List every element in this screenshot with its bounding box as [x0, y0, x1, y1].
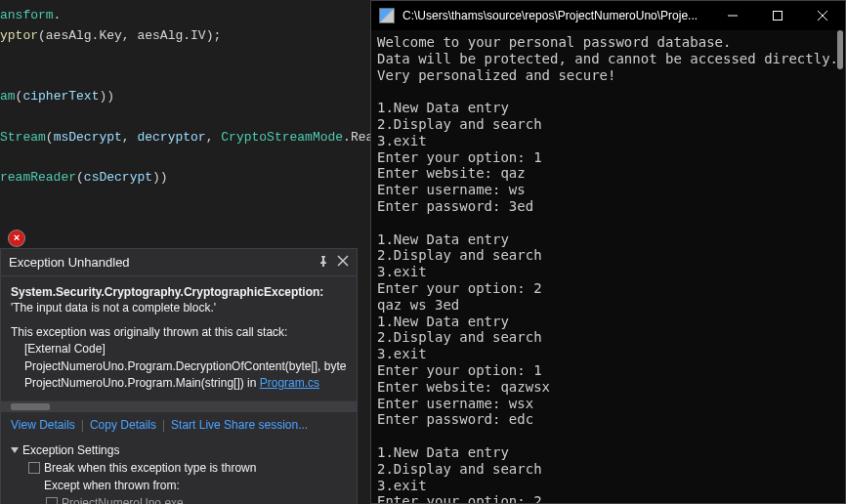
exception-stop-icon: × [9, 231, 24, 246]
code-token: )) [99, 89, 114, 104]
except-exe-label: ProjectNumeroUno.exe [62, 496, 184, 504]
code-editor[interactable]: ansform. yptor(aesAlg.Key, aesAlg.IV); a… [0, 0, 371, 232]
code-token: CryptoStreamMode [221, 130, 343, 145]
exception-settings-header[interactable]: Exception Settings [11, 441, 347, 459]
code-token: Stream [0, 130, 46, 145]
stack-frame: ProjectNumeroUno.Program.Main(string[]) … [24, 375, 347, 392]
code-token: ); [206, 28, 222, 43]
code-token: decryptor [137, 130, 205, 145]
minimize-button[interactable] [710, 1, 755, 30]
close-icon[interactable] [337, 255, 349, 270]
code-token: Read [351, 130, 371, 145]
view-details-link[interactable]: View Details [11, 418, 75, 432]
vertical-scrollbar[interactable] [837, 30, 843, 69]
code-token: reamReader [0, 170, 76, 185]
code-token: ( [46, 130, 54, 145]
exception-stack-label: This exception was originally thrown at … [11, 325, 347, 339]
maximize-button[interactable] [755, 1, 800, 30]
live-share-link[interactable]: Start Live Share session... [171, 418, 308, 432]
code-token: am [0, 89, 16, 104]
except-exe-checkbox[interactable] [46, 497, 58, 504]
stack-frame: [External Code] [24, 341, 347, 357]
console-output[interactable]: Welcome to your personal password databa… [371, 30, 845, 503]
code-token: ( [76, 170, 84, 185]
code-token: Key [99, 28, 121, 43]
code-token: , aesAlg. [122, 28, 190, 43]
expand-icon [11, 447, 19, 453]
break-checkbox[interactable] [28, 462, 40, 474]
console-titlebar[interactable]: C:\Users\thams\source\repos\ProjectNumer… [371, 1, 845, 30]
code-token: IV [190, 28, 206, 43]
scroll-thumb[interactable] [11, 403, 50, 410]
pin-icon[interactable] [317, 255, 329, 270]
code-token: ansform [0, 8, 54, 22]
exception-message: System.Security.Cryptography.Cryptograph… [11, 284, 347, 315]
stack-source-link[interactable]: Program.cs [260, 376, 319, 390]
break-label: Break when this exception type is thrown [44, 461, 256, 475]
code-comment: he decrypting stream [0, 231, 152, 232]
code-token: , [122, 130, 138, 145]
exception-titlebar: Exception Unhandled [1, 249, 357, 276]
code-token: cipherText [22, 89, 99, 104]
svg-rect-0 [774, 12, 783, 21]
stack-frame: ProjectNumeroUno.Program.DecryptionOfCon… [24, 358, 347, 375]
exception-popup: Exception Unhandled System.Security.Cryp… [0, 248, 358, 504]
console-window: C:\Users\thams\source\repos\ProjectNumer… [370, 0, 846, 504]
close-button[interactable] [800, 1, 845, 30]
except-label: Except when thrown from: [44, 477, 347, 494]
copy-details-link[interactable]: Copy Details [90, 418, 156, 432]
code-token: yptor [0, 28, 38, 43]
code-token: . [343, 130, 351, 145]
code-token: msDecrypt [54, 130, 122, 145]
separator: | [81, 418, 84, 432]
code-token: , [206, 130, 222, 145]
code-token: . [54, 8, 62, 22]
exception-title: Exception Unhandled [9, 255, 130, 270]
horizontal-scrollbar[interactable] [1, 400, 357, 412]
code-token: (aesAlg. [38, 28, 99, 43]
code-token: csDecrypt [84, 170, 152, 185]
code-token: )) [152, 170, 168, 185]
console-title: C:\Users\thams\source\repos\ProjectNumer… [402, 9, 710, 22]
console-app-icon [379, 8, 395, 23]
separator: | [162, 418, 165, 432]
